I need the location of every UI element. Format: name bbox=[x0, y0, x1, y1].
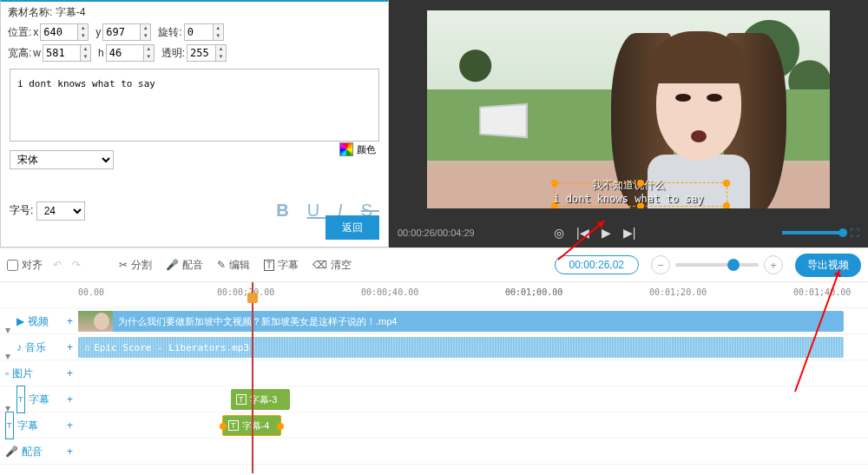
playhead[interactable] bbox=[252, 282, 253, 473]
rotation-label: 旋转: bbox=[158, 25, 181, 40]
audio-track-header[interactable]: 🎤配音+ bbox=[0, 439, 78, 465]
eraser-icon: ⌫ bbox=[312, 259, 327, 271]
video-canvas[interactable]: 我不知道说什么 i dont knows what to say bbox=[427, 10, 830, 208]
opacity-input[interactable] bbox=[187, 44, 216, 62]
chevron-down-icon: ▾ bbox=[5, 395, 13, 403]
zoom-out-button[interactable]: − bbox=[651, 255, 670, 274]
zoom-in-button[interactable]: + bbox=[764, 255, 783, 274]
subtitle-clip-1[interactable]: T字幕-3 bbox=[231, 389, 290, 410]
track-headers: ▾▶视频+ ▾♪音乐+ ▫图片+ ▾T字幕+ T字幕+ 🎤配音+ bbox=[0, 282, 78, 475]
prev-icon[interactable]: |◀ bbox=[576, 226, 589, 240]
chevron-down-icon: ▾ bbox=[5, 343, 13, 351]
track-area[interactable]: 00.00 00:00;20.00 00:00;40.00 00:01;00.0… bbox=[78, 282, 868, 475]
pencil-icon: ✎ bbox=[217, 259, 226, 271]
subtitle-text-box bbox=[10, 69, 379, 142]
mic-icon: 🎤 bbox=[166, 259, 179, 271]
snapshot-icon[interactable]: ◎ bbox=[554, 226, 564, 240]
erase-button[interactable]: ⌫清空 bbox=[312, 258, 352, 273]
zoom-slider[interactable] bbox=[675, 263, 759, 267]
add-icon[interactable]: + bbox=[67, 439, 73, 465]
color-label: 颜色 bbox=[357, 143, 376, 156]
clip-thumbnail bbox=[78, 311, 113, 332]
pos-x-spinner[interactable]: ▲▼ bbox=[78, 23, 89, 41]
edit-button[interactable]: ✎编辑 bbox=[217, 258, 250, 273]
subtitle-en: i dont knows what to say bbox=[427, 193, 830, 205]
time-ruler[interactable]: 00.00 00:00;20.00 00:00;40.00 00:01;00.0… bbox=[78, 282, 868, 308]
record-button[interactable]: 🎤配音 bbox=[166, 258, 203, 273]
main-toolbar: 对齐 ↶ ↷ ✂分割 🎤配音 ✎编辑 T字幕 ⌫清空 00:00:26,02 −… bbox=[0, 247, 868, 282]
scissors-icon: ✂ bbox=[119, 259, 128, 271]
add-icon[interactable]: + bbox=[67, 308, 73, 334]
subtitle-text-input[interactable] bbox=[10, 69, 378, 89]
font-size-select[interactable]: 24 bbox=[36, 201, 85, 221]
size-label: 宽高: bbox=[8, 46, 31, 61]
video-preview: 我不知道说什么 i dont knows what to say 00:00:2… bbox=[389, 0, 868, 247]
pos-y-input[interactable] bbox=[102, 23, 141, 41]
font-size-label: 字号: bbox=[10, 203, 33, 218]
text-icon: T bbox=[228, 420, 239, 431]
redo-icon[interactable]: ↷ bbox=[72, 259, 81, 271]
image-track-icon: ▫ bbox=[5, 360, 9, 386]
x-label: x bbox=[33, 26, 38, 38]
color-swatch[interactable] bbox=[339, 142, 353, 156]
undo-icon[interactable]: ↶ bbox=[53, 259, 62, 271]
opac, opacity-label: 透明: bbox=[161, 46, 185, 61]
video-track-icon: ▶ bbox=[16, 308, 24, 334]
export-button[interactable]: 导出视频 bbox=[795, 254, 861, 277]
timecode-display: 00:00:26,02 bbox=[555, 255, 639, 274]
mic-icon: 🎤 bbox=[5, 439, 18, 465]
h-label: h bbox=[98, 47, 104, 59]
add-icon[interactable]: + bbox=[67, 386, 73, 412]
text-icon: T bbox=[16, 386, 25, 413]
opacity-spinner[interactable]: ▲▼ bbox=[216, 44, 227, 62]
back-button[interactable]: 返回 bbox=[326, 215, 379, 240]
cut-button[interactable]: ✂分割 bbox=[119, 258, 152, 273]
time-display: 00:00:26/00:04:29 bbox=[398, 228, 475, 238]
width-spinner[interactable]: ▲▼ bbox=[81, 44, 91, 62]
font-family-select[interactable]: 宋体 bbox=[10, 150, 114, 169]
align-button[interactable]: 对齐 bbox=[7, 258, 43, 273]
next-icon[interactable]: ▶| bbox=[623, 226, 636, 240]
player-controls: 00:00:26/00:04:29 ◎ |◀ ▶ ▶| ⛶ bbox=[389, 218, 868, 247]
volume-slider[interactable] bbox=[782, 231, 843, 234]
y-label: y bbox=[95, 26, 101, 38]
subtitle-button[interactable]: T字幕 bbox=[264, 258, 299, 273]
align-checkbox[interactable] bbox=[7, 260, 18, 271]
rotation-spinner[interactable]: ▲▼ bbox=[214, 23, 224, 41]
play-icon[interactable]: ▶ bbox=[602, 226, 611, 240]
chevron-down-icon: ▾ bbox=[5, 317, 13, 325]
position-label: 位置: bbox=[8, 25, 31, 40]
text-icon: T bbox=[5, 412, 14, 439]
image-track-header[interactable]: ▫图片+ bbox=[0, 360, 78, 386]
music-track-header[interactable]: ▾♪音乐+ bbox=[0, 334, 78, 360]
video-clip[interactable]: 为什么我们要做新加坡中文视频？新加坡美女是这样子说的！.mp4 bbox=[78, 311, 844, 332]
video-track-header[interactable]: ▾▶视频+ bbox=[0, 308, 78, 334]
audio-clip[interactable]: ♫ Epic Score - Liberators.mp3 bbox=[78, 337, 844, 358]
text-icon: T bbox=[264, 260, 274, 271]
pos-x-input[interactable] bbox=[40, 23, 78, 41]
pos-y-spinner[interactable]: ▲▼ bbox=[141, 23, 151, 41]
timeline: ▾▶视频+ ▾♪音乐+ ▫图片+ ▾T字幕+ T字幕+ 🎤配音+ 00.00 0… bbox=[0, 282, 868, 475]
subtitle-track-header-2[interactable]: T字幕+ bbox=[0, 412, 78, 439]
height-spinner[interactable]: ▲▼ bbox=[144, 44, 155, 62]
material-name-label: 素材名称: bbox=[8, 5, 52, 20]
fullscreen-icon[interactable]: ⛶ bbox=[850, 228, 859, 238]
add-icon[interactable]: + bbox=[67, 334, 73, 360]
music-track-icon: ♪ bbox=[16, 334, 22, 360]
text-icon: T bbox=[236, 394, 247, 405]
w-label: w bbox=[33, 47, 41, 59]
height-input[interactable] bbox=[106, 44, 144, 62]
add-icon[interactable]: + bbox=[67, 412, 73, 439]
subtitle-track-header-1[interactable]: ▾T字幕+ bbox=[0, 386, 78, 412]
properties-panel: 素材名称: 字幕-4 位置: x ▲▼ y ▲▼ 旋转: ▲▼ 宽高: w ▲▼… bbox=[0, 0, 389, 247]
add-icon[interactable]: + bbox=[67, 360, 73, 386]
material-name-value: 字幕-4 bbox=[56, 5, 86, 20]
rotation-input[interactable] bbox=[184, 23, 214, 41]
width-input[interactable] bbox=[43, 44, 81, 62]
